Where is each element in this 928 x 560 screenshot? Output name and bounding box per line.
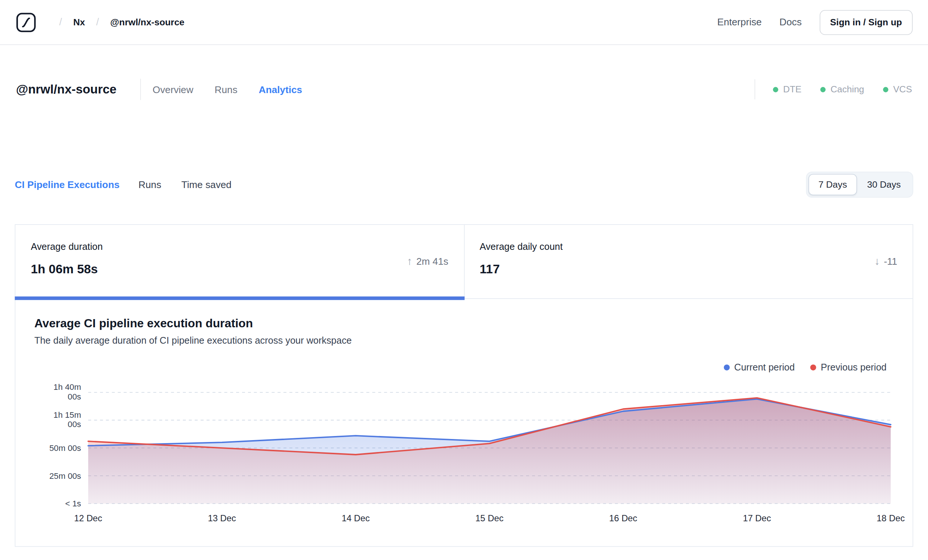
chart-title: Average CI pipeline execution duration: [34, 316, 912, 330]
svg-text:1h 40m00s: 1h 40m00s: [53, 382, 81, 401]
workspace-tabs: Overview Runs Analytics: [153, 84, 302, 95]
svg-text:16 Dec: 16 Dec: [609, 513, 638, 523]
page: / Nx / @nrwl/nx-source Enterprise Docs S…: [0, 0, 928, 560]
breadcrumb-repo[interactable]: @nrwl/nx-source: [110, 17, 184, 27]
analytics-panel: Average duration 1h 06m 58s ↑ 2m 41s Ave…: [15, 224, 913, 546]
green-dot-icon: [773, 87, 778, 92]
svg-text:50m 00s: 50m 00s: [49, 444, 81, 453]
svg-text:14 Dec: 14 Dec: [342, 513, 370, 523]
breadcrumb-separator: /: [59, 17, 62, 28]
nx-cloud-logo[interactable]: [15, 12, 37, 33]
range-7-days-button[interactable]: 7 Days: [809, 174, 857, 195]
header-right: Enterprise Docs Sign in / Sign up: [717, 10, 913, 35]
range-30-days-button[interactable]: 30 Days: [857, 174, 911, 195]
chart-legend: Current periodPrevious period: [15, 362, 886, 374]
svg-text:12 Dec: 12 Dec: [74, 513, 102, 523]
tab-runs[interactable]: Runs: [215, 84, 237, 95]
top-header: / Nx / @nrwl/nx-source Enterprise Docs S…: [0, 0, 928, 45]
selected-stat-indicator: [15, 296, 464, 300]
divider: [140, 79, 141, 100]
tab-ci-pipeline-executions[interactable]: CI Pipeline Executions: [15, 179, 119, 190]
sign-in-button[interactable]: Sign in / Sign up: [820, 10, 913, 35]
stat-value: 1h 06m 58s: [31, 262, 448, 276]
svg-text:< 1s: < 1s: [65, 499, 81, 508]
legend-label: Previous period: [821, 362, 887, 373]
breadcrumb-org[interactable]: Nx: [73, 17, 85, 27]
arrow-down-icon: ↓: [875, 255, 879, 268]
date-range-toggle: 7 Days 30 Days: [806, 172, 913, 198]
stat-delta: ↓ -11: [875, 255, 897, 268]
stats-row: Average duration 1h 06m 58s ↑ 2m 41s Ave…: [15, 225, 912, 299]
workspace-status: DTE Caching VCS: [755, 79, 912, 99]
legend-label: Current period: [734, 362, 795, 373]
stat-label: Average daily count: [480, 241, 897, 252]
svg-text:25m 00s: 25m 00s: [49, 471, 81, 481]
status-dte-label: DTE: [783, 84, 801, 95]
legend-item: Current period: [723, 362, 795, 373]
status-items: DTE Caching VCS: [773, 84, 912, 95]
stat-card-average-daily-count[interactable]: Average daily count 117 ↓ -11: [464, 225, 913, 298]
status-caching: Caching: [820, 84, 864, 95]
tab-time-saved[interactable]: Time saved: [182, 179, 232, 190]
nav-link-docs[interactable]: Docs: [779, 17, 802, 27]
workspace-title: @nrwl/nx-source: [16, 82, 116, 96]
stat-label: Average duration: [31, 241, 448, 252]
stat-card-average-duration[interactable]: Average duration 1h 06m 58s ↑ 2m 41s: [15, 225, 464, 298]
divider: [755, 79, 756, 99]
svg-text:15 Dec: 15 Dec: [476, 513, 504, 523]
status-dte: DTE: [773, 84, 801, 95]
stat-delta-value: 2m 41s: [416, 256, 448, 267]
status-caching-label: Caching: [830, 84, 864, 95]
svg-text:18 Dec: 18 Dec: [877, 513, 905, 523]
tab-analytics[interactable]: Analytics: [259, 84, 302, 95]
chart-subtitle: The daily average duration of CI pipelin…: [34, 336, 912, 346]
stat-delta-value: -11: [884, 256, 897, 267]
nx-cloud-logo-icon: [15, 12, 37, 33]
legend-dot-icon: [810, 365, 816, 371]
analytics-section-tabs: CI Pipeline Executions Runs Time saved 7…: [15, 172, 913, 198]
chart-panel: Average CI pipeline execution duration T…: [15, 299, 912, 546]
legend-dot-icon: [723, 365, 730, 371]
green-dot-icon: [883, 87, 888, 92]
legend-item: Previous period: [810, 362, 886, 373]
stat-delta: ↑ 2m 41s: [407, 255, 448, 268]
green-dot-icon: [820, 87, 826, 92]
breadcrumb-separator: /: [96, 17, 99, 28]
svg-text:17 Dec: 17 Dec: [743, 513, 771, 523]
status-vcs-label: VCS: [893, 84, 912, 95]
status-vcs: VCS: [883, 84, 912, 95]
workspace-title-row: @nrwl/nx-source Overview Runs Analytics …: [16, 77, 912, 102]
arrow-up-icon: ↑: [407, 255, 412, 268]
stat-value: 117: [480, 262, 897, 276]
tab-overview[interactable]: Overview: [153, 84, 193, 95]
duration-chart: < 1s25m 00s50m 00s1h 15m00s1h 40m00s12 D…: [15, 376, 919, 528]
nav-link-enterprise[interactable]: Enterprise: [717, 17, 762, 27]
tab-analytics-runs[interactable]: Runs: [139, 179, 161, 190]
svg-text:13 Dec: 13 Dec: [208, 513, 236, 523]
svg-text:1h 15m00s: 1h 15m00s: [53, 410, 81, 429]
